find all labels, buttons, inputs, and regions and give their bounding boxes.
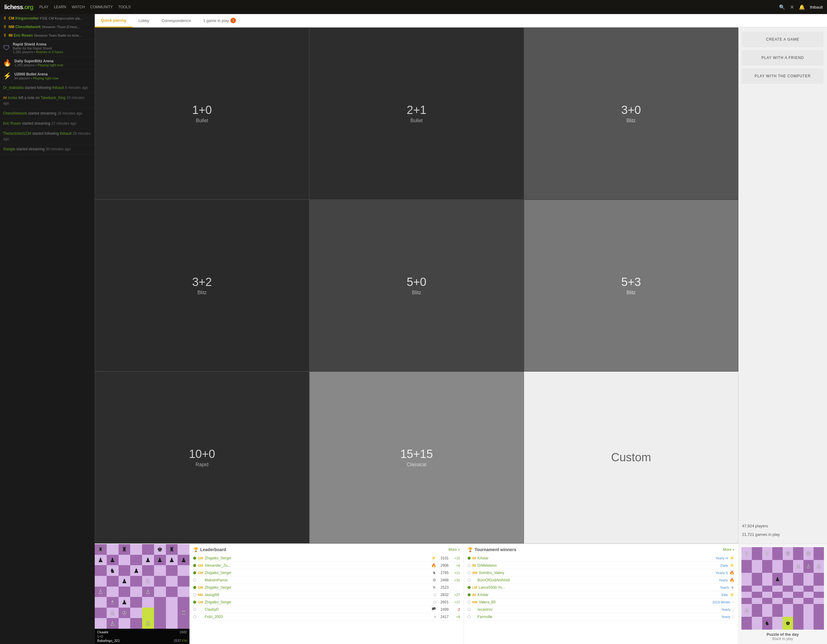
leaderboard-header: 🏆 Leaderboard More » [193,547,460,552]
create-game-button[interactable]: CREATE A GAME [742,32,823,47]
tabs-bar: Quick pairing Lobby Correspondence 1 gam… [95,14,827,28]
puzzle-label: Puzzle of the day [766,632,799,637]
tournament-bullet[interactable]: ⚡ U2000 Bullet Arena 84 players • Playin… [0,70,94,83]
tw-row-9[interactable]: IM Farmville Yearly □ [468,613,734,621]
t-sub-1: Battle for the Rapid Shield [13,47,63,50]
puzzle-section[interactable]: ♜ ♛ ♕ ♔ ♙ ♙ ♙ [738,544,827,644]
tournament-rapid-shield[interactable]: 🛡 Rapid Shield Arena Battle for the Rapi… [0,40,94,56]
lb-row-5[interactable]: GM Zhigalko_Sergei 🖱 2523 [193,584,460,591]
bottom-section: ♜ ♜ ♚ ♜ ♟ ♟ ♟ ♟ ♟ ♟ [95,544,827,644]
lb-row-7[interactable]: GM Zhigalko_Sergei □ 2601 +17 [193,599,460,606]
leaderboard-more[interactable]: More » [449,547,460,552]
streamer-item-3[interactable]: 🎙 IM Eric Rosen Streamer Team Battle on … [0,31,94,40]
pair-cell-1[interactable]: 1+0 Bullet [95,28,309,200]
nav-link-play[interactable]: PLAY [39,5,48,9]
pair-mode-2: Bullet [410,118,423,123]
tab-correspondence[interactable]: Correspondence [156,14,197,27]
pair-mode-4: Blitz [197,290,207,295]
streamer-desc-3: Streamer Team Battle on liche... [34,34,81,37]
t-name-2: Daily SuperBlitz Arena [14,59,63,63]
pair-cell-5[interactable]: 5+0 Blitz [309,200,524,371]
pairing-grid: 1+0 Bullet 2+1 Bullet 3+0 Blitz 3+2 Bl [95,28,738,544]
streamer-name-1: Kingscrusher [15,16,39,20]
pair-cell-2[interactable]: 2+1 Bullet [309,28,524,200]
pair-cell-7[interactable]: 10+0 Rapid [95,371,309,544]
pair-time-5: 5+0 [407,276,426,289]
board-label: Ckaakk 2682 1+0 Babafingo_321 2537 FM [95,629,189,644]
pair-time-6: 5+3 [621,276,641,289]
tw-row-4[interactable]: IM BornOfGodAndVoid Yearly 🔥 [468,577,734,584]
tw-row-3[interactable]: NM Sviridov_Valery Yearly S 🔥 [468,569,734,577]
tw-title: 🏆 Tournament winners [468,547,516,552]
pair-time-3: 3+0 [621,104,641,117]
activity-item-1: Dr_blablabla started following thibault … [0,83,94,93]
nav-link-tools[interactable]: TOOLS [118,5,131,9]
t-sub-2: 1,281 players • finishes in 5 hours [13,50,63,54]
t-name-1: Rapid Shield Arena [13,42,63,47]
nav-link-learn[interactable]: LEARN [54,5,66,9]
pair-mode-8: Classical [407,462,426,468]
leaderboard-section: 🏆 Leaderboard More » GM Zhigalko_Sergei … [189,544,464,644]
pair-time-1: 1+0 [192,104,212,117]
username[interactable]: thibault [810,5,823,9]
games-count: 21,721 games in play [742,530,823,539]
streamer-item-2[interactable]: 🎙 NM ChessNetwork Streamer !Team [Chess.… [0,23,94,31]
mic-icon: 🎙 [3,16,7,20]
nav-right: 🔍 ✕ 🔔 thibault [779,4,823,10]
pair-time-8: 15+15 [400,448,433,461]
right-panel: CREATE A GAME PLAY WITH A FRIEND PLAY WI… [738,28,827,544]
play-computer-button[interactable]: PLAY WITH THE COMPUTER [742,69,823,84]
lb-row-8[interactable]: GM ClasbyD 🏴 2499 -2 [193,606,460,613]
lb-row-2[interactable]: GM Alexander_Zu... 🔥 2906 +6 [193,562,460,569]
lb-row-3[interactable]: GM Zhigalko_Sergei ♞ 2765 +11 [193,569,460,577]
pair-cell-4[interactable]: 3+2 Blitz [95,200,309,371]
game-badge: 1 [231,18,236,23]
lb-row-9[interactable]: GM Fritzi_2003 ≈ 2417 +8 [193,613,460,621]
t-sub-3: 1,392 players • Playing right now [14,63,63,67]
mini-chessboard: ♜ ♜ ♚ ♜ ♟ ♟ ♟ ♟ ♟ ♟ [95,544,189,629]
streamer-desc-1: FIDE CM Kingscrusher pla... [40,17,83,20]
tw-row-7[interactable]: NM Valera_B5 2019 Winter ○ [468,599,734,606]
play-friend-button[interactable]: PLAY WITH A FRIEND [742,50,823,65]
pair-time-2: 2+1 [407,104,426,117]
main-container: 🎙 CM Kingscrusher FIDE CM Kingscrusher p… [0,14,827,644]
activity-item-3: ChessNetwork started streaming 19 minute… [0,108,94,119]
tw-row-6[interactable]: IM KAstar Elite ⚡ [468,591,734,599]
search-icon[interactable]: 🔍 [779,4,785,10]
pair-cell-8[interactable]: 15+15 Classical [309,371,524,544]
sidebar: 🎙 CM Kingscrusher FIDE CM Kingscrusher p… [0,14,95,644]
puzzle-sub: Black to play [772,637,793,641]
pair-mode-5: Blitz [412,290,421,295]
lb-row-6[interactable]: NM Jasugi99 □ 2832 +27 [193,591,460,599]
mic-icon-2: 🎙 [3,25,7,29]
tw-more[interactable]: More » [723,547,734,552]
nav-link-watch[interactable]: WATCH [72,5,85,9]
lb-row-4[interactable]: GM MaksimPanov ⚙ 2468 +31 [193,577,460,584]
bell-icon[interactable]: 🔔 [799,4,805,10]
pair-mode-1: Bullet [196,118,208,123]
logo[interactable]: lichess.org [4,4,33,11]
pair-time-custom: Custom [611,451,651,464]
tw-row-5[interactable]: LM Lance5500-Yo... Yearly ♞ [468,584,734,591]
lb-row-1[interactable]: GM Zhigalko_Sergei ⚡ 3101 +10 [193,555,460,562]
trophy-icon-2: 🏆 [468,547,473,552]
streamer-item-1[interactable]: 🎙 CM Kingscrusher FIDE CM Kingscrusher p… [0,14,94,23]
streamer-desc-2: Streamer !Team [Chess... [42,25,80,29]
tab-game-in-play[interactable]: 1 game in play 1 [197,14,242,27]
close-icon[interactable]: ✕ [790,4,794,10]
tw-row-1[interactable]: IM KAstar Yearly H ⚡ [468,555,734,562]
nav-links: PLAY LEARN WATCH COMMUNITY TOOLS [39,5,131,9]
pair-cell-custom[interactable]: Custom [524,371,738,544]
pair-time-7: 10+0 [189,448,215,461]
pair-cell-3[interactable]: 3+0 Blitz [524,28,738,200]
pair-time-4: 3+2 [192,276,212,289]
tab-quick-pairing[interactable]: Quick pairing [95,14,132,28]
bottom-board[interactable]: ♜ ♜ ♚ ♜ ♟ ♟ ♟ ♟ ♟ ♟ [95,544,189,644]
pair-cell-6[interactable]: 5+3 Blitz [524,200,738,371]
tw-row-2[interactable]: IM DrMelekess Daily ⚡ [468,562,734,569]
tournament-superblitz[interactable]: 🔥 Daily SuperBlitz Arena 1,392 players •… [0,56,94,70]
tab-lobby[interactable]: Lobby [132,14,155,27]
nav-link-community[interactable]: COMMUNITY [90,5,113,9]
activity-item-4: Eric Rosen started streaming 27 minutes … [0,119,94,129]
tw-row-8[interactable]: IM recastrov Yearly □ [468,606,734,613]
